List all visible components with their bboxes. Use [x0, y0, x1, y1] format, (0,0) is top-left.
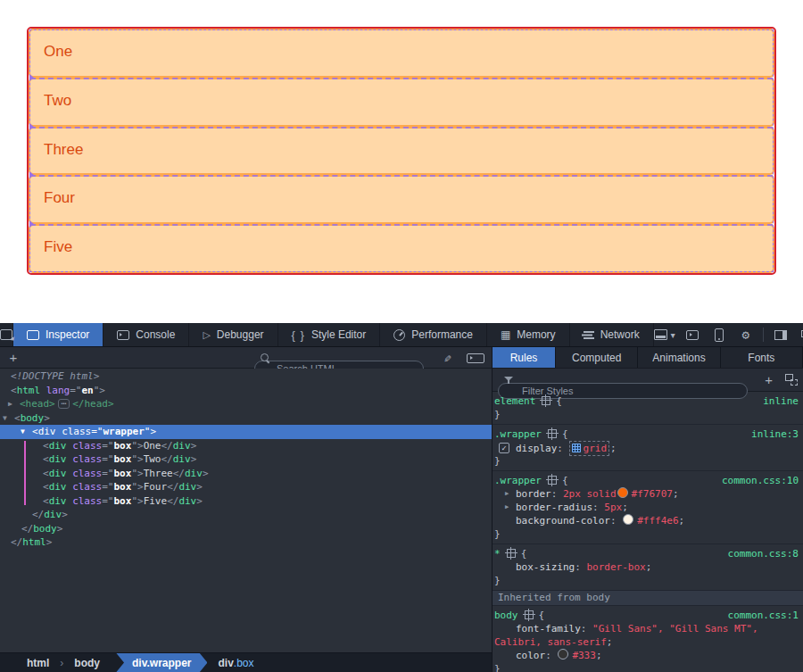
twisty-icon[interactable]: ▼ — [21, 425, 25, 439]
declaration-line: } — [493, 408, 803, 421]
breadcrumb-item-div[interactable]: div.box — [207, 653, 264, 672]
settings-button[interactable]: ⚙ — [734, 323, 757, 347]
tab-performance[interactable]: Performance — [380, 323, 487, 346]
highlight-selector-icon[interactable] — [525, 610, 534, 619]
window-separate-button[interactable] — [796, 323, 803, 347]
markup-line[interactable]: <div class="box">Two</div> — [0, 452, 492, 467]
stylesheet-link[interactable]: inline:3 — [751, 427, 799, 441]
color-swatch[interactable] — [617, 487, 628, 498]
add-node-button[interactable]: + — [0, 350, 27, 365]
code-token: =" — [102, 495, 113, 507]
breadcrumb-item-divwrapper[interactable]: div.wrapper — [116, 653, 207, 672]
demo-box: Four — [29, 175, 774, 224]
twisty-icon[interactable]: ▶ — [8, 397, 12, 411]
rule-selector[interactable]: element — [494, 395, 535, 407]
split-console-button[interactable] — [681, 323, 704, 347]
code-token: box — [114, 495, 132, 507]
stylesheet-link[interactable]: common.css:1 — [728, 609, 799, 622]
declaration-line: font-family: "Gill Sans", "Gill Sans MT"… — [493, 622, 803, 635]
code-token: ; — [673, 488, 679, 500]
rule-selector[interactable]: * — [494, 548, 501, 560]
breadcrumb-class-suffix: .box — [234, 657, 254, 669]
markup-line[interactable]: <div class="box">Four</div> — [0, 480, 492, 494]
code-token: "> — [131, 481, 143, 493]
tab-animations[interactable]: Animations — [638, 347, 720, 368]
stylesheet-link[interactable]: inline — [763, 394, 799, 408]
tab-memory[interactable]: ▦Memory — [487, 323, 570, 346]
pseudo-class-panel-icon[interactable] — [785, 374, 798, 386]
code-token: </ — [167, 495, 178, 507]
code-token: ; — [679, 515, 685, 527]
demo-wrapper: OneTwoThreeFourFive — [27, 27, 776, 275]
code-token: } — [494, 575, 501, 586]
rule-selector[interactable]: body — [494, 610, 518, 621]
markup-line[interactable]: ▼<body> — [0, 411, 492, 426]
collapsed-content-icon[interactable]: ⋯ — [58, 399, 70, 409]
eyedropper-icon[interactable]: ✎ — [440, 346, 456, 370]
tab-style-editor[interactable]: { }Style Editor — [278, 323, 381, 346]
highlight-selector-icon[interactable] — [548, 429, 557, 438]
highlight-selector-icon[interactable] — [548, 476, 557, 485]
declaration-line: Calibri, sans-serif; — [493, 635, 803, 649]
rule-header: body{common.css:1 — [493, 609, 803, 622]
code-token: </ — [21, 523, 33, 535]
rule-selector[interactable]: .wrapper — [494, 428, 542, 440]
pick-element-button[interactable] — [0, 323, 13, 346]
tab-debugger[interactable]: ▷Debugger — [189, 323, 277, 346]
breadcrumb-item-html[interactable]: html — [16, 653, 60, 672]
expand-icon[interactable]: ▶ — [505, 501, 509, 514]
markup-line[interactable]: ▼<div class="wrapper"> — [0, 425, 492, 439]
tab-inspector[interactable]: Inspector — [13, 323, 103, 346]
tab-network[interactable]: Network — [570, 323, 654, 346]
highlight-selector-icon[interactable] — [542, 396, 551, 405]
code-token: "> — [131, 468, 143, 479]
markup-line[interactable]: <!DOCTYPE html> — [0, 369, 492, 384]
markup-line[interactable]: <div class="box">Three</div> — [0, 467, 492, 481]
responsive-mode-button[interactable] — [708, 323, 731, 347]
highlight-selector-icon[interactable] — [507, 549, 516, 558]
code-token: div — [49, 440, 67, 452]
color-swatch[interactable] — [558, 649, 568, 660]
twisty-icon[interactable]: ▼ — [3, 411, 7, 426]
rules-list: element{inline}.wrapper{inline:3✓display… — [493, 392, 803, 672]
code-token: < — [43, 481, 49, 493]
breadcrumb-item-body[interactable]: body — [63, 653, 111, 672]
code-token: div — [49, 481, 67, 493]
dock-side-button[interactable] — [769, 323, 792, 347]
code-token: { — [521, 548, 527, 560]
code-token: "Gill Sans", "Gill Sans MT", — [592, 623, 757, 635]
filter-icon — [504, 376, 513, 385]
code-token: html — [22, 536, 46, 548]
markup-line[interactable]: ▶<head>⋯</head> — [0, 397, 492, 411]
split-console-toggle-icon[interactable] — [467, 353, 484, 363]
property-name: font-family — [516, 623, 581, 635]
code-token: </ — [161, 440, 173, 452]
stylesheet-link[interactable]: common.css:8 — [728, 547, 799, 560]
pick-element-icon — [0, 329, 12, 340]
add-rule-button[interactable]: + — [765, 372, 773, 387]
color-swatch[interactable] — [623, 514, 633, 525]
code-token: =" — [91, 426, 103, 437]
markup-line[interactable]: </body> — [0, 522, 492, 536]
layout-select-button[interactable]: ▾ — [654, 323, 677, 347]
code-token: <head> — [20, 398, 55, 410]
code-token: > — [44, 412, 50, 424]
markup-line[interactable]: </div> — [0, 508, 492, 522]
tab-console[interactable]: Console — [103, 323, 189, 346]
devtools-tabbar: InspectorConsole▷Debugger{ }Style Editor… — [0, 323, 803, 347]
rule-selector[interactable]: .wrapper — [494, 475, 542, 486]
markup-line[interactable]: <html lang="en"> — [0, 384, 492, 398]
tab-rules[interactable]: Rules — [493, 347, 556, 368]
tab-fonts[interactable]: Fonts — [721, 347, 803, 368]
expand-icon[interactable]: ▶ — [505, 487, 509, 501]
stylesheet-link[interactable]: common.css:10 — [722, 474, 799, 487]
tab-computed[interactable]: Computed — [556, 347, 638, 368]
rule-header: .wrapper{common.css:10 — [493, 474, 803, 487]
markup-line[interactable]: <div class="box">One</div> — [0, 439, 492, 453]
property-name: display — [516, 443, 557, 454]
tab-label: Memory — [517, 328, 555, 341]
declaration-checkbox[interactable]: ✓ — [499, 443, 509, 453]
markup-line[interactable]: <div class="box">Five</div> — [0, 494, 492, 509]
devtools-panel: InspectorConsole▷Debugger{ }Style Editor… — [0, 323, 803, 672]
markup-line[interactable]: </html> — [0, 535, 492, 550]
